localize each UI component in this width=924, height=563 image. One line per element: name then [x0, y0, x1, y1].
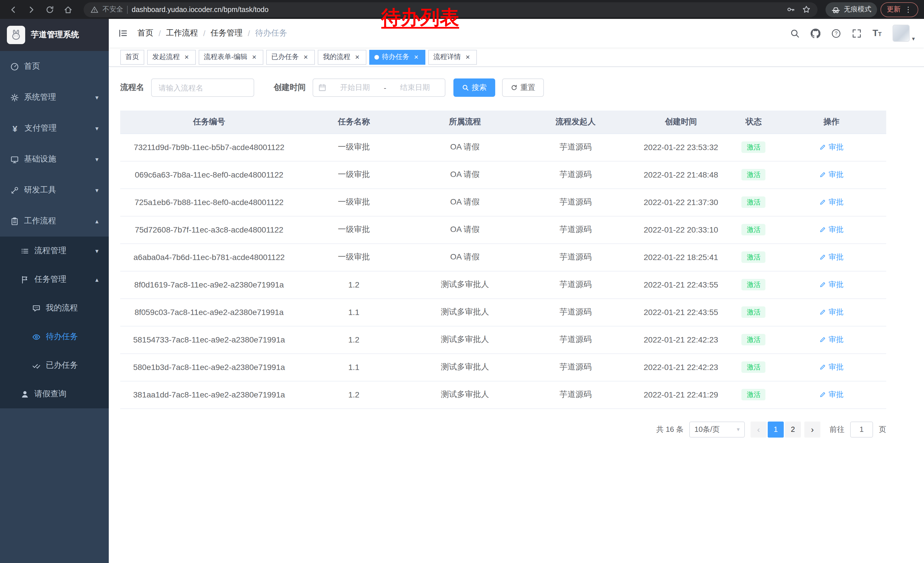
approve-button[interactable]: 审批 — [819, 335, 844, 345]
forward-icon[interactable] — [24, 2, 39, 17]
process-name-input[interactable] — [151, 78, 254, 97]
approve-button[interactable]: 审批 — [819, 389, 844, 400]
bookmark-star-icon[interactable] — [802, 5, 811, 14]
close-icon[interactable]: × — [302, 53, 310, 61]
security-label: 不安全 — [102, 5, 123, 14]
page-button-1[interactable]: 1 — [768, 421, 784, 437]
table-row: 580e1b3d-7ac8-11ec-a9e2-a2380e71991a 1.1… — [120, 353, 886, 381]
edit-icon — [819, 391, 826, 398]
update-button[interactable]: 更新 ⋮ — [880, 2, 918, 17]
tab-process-detail[interactable]: 流程详情 × — [428, 50, 477, 65]
github-icon[interactable] — [811, 29, 820, 38]
sidebar-item-infrastructure[interactable]: 基础设施 ▾ — [0, 144, 109, 175]
column-initiator: 流程发起人 — [520, 111, 631, 134]
font-size-icon[interactable]: TT — [873, 28, 882, 38]
status-badge: 激活 — [742, 169, 766, 181]
tab-todo-tasks[interactable]: 待办任务 × — [369, 50, 425, 65]
close-icon[interactable]: × — [464, 53, 472, 61]
reload-icon[interactable] — [42, 2, 57, 17]
chevron-down-icon: ▾ — [95, 247, 99, 255]
close-icon[interactable]: × — [412, 53, 420, 61]
sidebar-item-leave-query[interactable]: 请假查询 — [0, 380, 109, 408]
user-menu[interactable]: ▾ — [892, 25, 915, 42]
approve-button[interactable]: 审批 — [819, 252, 844, 262]
key-icon[interactable] — [787, 5, 795, 14]
search-icon[interactable] — [790, 29, 800, 38]
task-name-cell: 一级审批 — [298, 161, 410, 188]
prev-page-button[interactable]: ‹ — [750, 421, 766, 437]
edit-icon — [819, 226, 826, 233]
tab-process-form-edit[interactable]: 流程表单-编辑 × — [199, 50, 263, 65]
initiator-cell: 芋道源码 — [520, 299, 631, 326]
approve-button[interactable]: 审批 — [819, 307, 844, 317]
next-page-button[interactable]: › — [804, 421, 820, 437]
sidebar-item-task-management[interactable]: 任务管理 ▴ — [0, 265, 109, 294]
address-bar[interactable]: 不安全 dashboard.yudao.iocoder.cn/bpm/task/… — [84, 2, 818, 17]
close-icon[interactable]: × — [250, 53, 258, 61]
tab-my-process[interactable]: 我的流程 × — [318, 50, 366, 65]
page-button-2[interactable]: 2 — [785, 421, 801, 437]
goto-label: 前往 — [830, 424, 844, 434]
task-id-cell: 8f0d1619-7ac8-11ec-a9e2-a2380e71991a — [120, 271, 298, 299]
sidebar-item-label: 任务管理 — [34, 274, 90, 285]
approve-button[interactable]: 审批 — [819, 142, 844, 152]
task-name-cell: 一级审批 — [298, 188, 410, 216]
sidebar-item-label: 研发工具 — [24, 185, 90, 195]
tab-home[interactable]: 首页 — [120, 50, 144, 65]
svg-text:?: ? — [835, 30, 837, 36]
sidebar-collapse-icon[interactable] — [109, 19, 137, 48]
back-icon[interactable] — [6, 2, 21, 17]
sidebar-item-payment[interactable]: ¥ 支付管理 ▾ — [0, 113, 109, 144]
date-range-picker[interactable]: 开始日期 - 结束日期 — [313, 78, 446, 97]
tab-label: 已办任务 — [272, 52, 299, 62]
help-icon[interactable]: ? — [831, 29, 841, 38]
app-logo[interactable]: 芋道管理系统 — [0, 19, 109, 51]
status-badge: 激活 — [742, 197, 766, 208]
tab-start-process[interactable]: 发起流程 × — [147, 50, 196, 65]
calendar-icon — [318, 84, 326, 92]
approve-button[interactable]: 审批 — [819, 197, 844, 207]
initiator-cell: 芋道源码 — [520, 188, 631, 216]
close-icon[interactable]: × — [183, 53, 190, 61]
breadcrumb-item-home[interactable]: 首页 — [137, 28, 153, 38]
created-cell: 2022-01-21 22:42:23 — [631, 326, 731, 353]
fullscreen-icon[interactable] — [852, 29, 862, 38]
reset-button[interactable]: 重置 — [502, 78, 544, 97]
table-row: 8f0d1619-7ac8-11ec-a9e2-a2380e71991a 1.2… — [120, 271, 886, 299]
sidebar-item-todo-tasks[interactable]: 待办任务 — [0, 323, 109, 351]
approve-button[interactable]: 审批 — [819, 170, 844, 180]
approve-button[interactable]: 审批 — [819, 362, 844, 372]
page-size-select[interactable]: 10条/页 ▾ — [689, 421, 745, 437]
flag-icon — [21, 275, 29, 284]
approve-button[interactable]: 审批 — [819, 225, 844, 235]
edit-icon — [819, 281, 826, 288]
sidebar-item-home[interactable]: 首页 — [0, 51, 109, 82]
search-button[interactable]: 搜索 — [453, 78, 495, 97]
home-icon[interactable] — [61, 2, 76, 17]
status-badge: 激活 — [742, 251, 766, 263]
font-size-large-glyph: T — [873, 28, 878, 38]
approve-button-label: 审批 — [829, 252, 844, 262]
sidebar-item-done-tasks[interactable]: 已办任务 — [0, 351, 109, 380]
goto-page-input[interactable] — [850, 421, 873, 437]
edit-icon — [819, 144, 826, 151]
sidebar-item-my-process[interactable]: 我的流程 — [0, 294, 109, 323]
sidebar-item-devtools[interactable]: 研发工具 ▾ — [0, 175, 109, 206]
sidebar-item-workflow[interactable]: 工作流程 ▴ — [0, 206, 109, 237]
task-id-cell: 069c6a63-7b8a-11ec-8ef0-acde48001122 — [120, 161, 298, 188]
approve-button-label: 审批 — [829, 225, 844, 235]
sidebar-item-process-management[interactable]: 流程管理 ▾ — [0, 237, 109, 265]
process-name-label: 流程名 — [120, 83, 144, 93]
approve-button-label: 审批 — [829, 362, 844, 372]
avatar[interactable] — [892, 25, 910, 42]
tab-label: 待办任务 — [382, 52, 410, 62]
close-icon[interactable]: × — [353, 53, 361, 61]
table-row: a6aba0a4-7b6d-11ec-b781-acde48001122 一级审… — [120, 243, 886, 271]
approve-button[interactable]: 审批 — [819, 279, 844, 290]
process-cell: 测试多审批人 — [410, 326, 520, 353]
sidebar-item-system[interactable]: 系统管理 ▾ — [0, 82, 109, 113]
tab-done-tasks[interactable]: 已办任务 × — [266, 50, 315, 65]
page-suffix-label: 页 — [879, 424, 886, 434]
kebab-menu-icon[interactable]: ⋮ — [904, 5, 912, 14]
create-time-label: 创建时间 — [274, 83, 306, 93]
